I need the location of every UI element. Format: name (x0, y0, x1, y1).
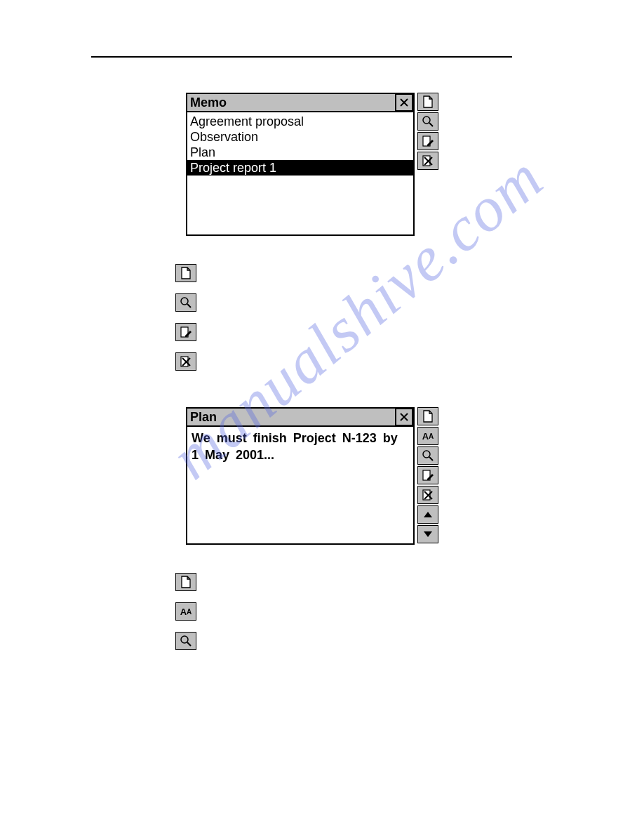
new-icon[interactable] (417, 407, 438, 425)
font-icon[interactable]: AA (417, 427, 438, 445)
memo-title: Memo (187, 95, 395, 110)
font-icon: AA (175, 602, 196, 621)
list-item[interactable]: Plan (187, 145, 413, 160)
svg-line-25 (187, 642, 191, 646)
new-icon (175, 264, 196, 282)
edit-icon (175, 323, 196, 341)
list-item[interactable]: Agreement proposal (187, 114, 413, 129)
svg-marker-23 (424, 531, 432, 537)
icon-legend-1 (175, 264, 553, 372)
list-item[interactable]: Observation (187, 129, 413, 145)
plan-title: Plan (187, 410, 395, 425)
search-icon (175, 293, 196, 312)
plan-titlebar: Plan (187, 409, 413, 427)
close-button[interactable] (395, 408, 413, 426)
memo-window: Memo Agreement proposal Observation Plan… (186, 93, 415, 236)
svg-point-16 (423, 451, 430, 458)
down-arrow-icon[interactable] (417, 525, 438, 543)
icon-legend-2: AA (175, 573, 553, 651)
divider (91, 56, 512, 58)
svg-point-24 (181, 636, 188, 643)
delete-icon[interactable] (417, 152, 438, 170)
svg-line-9 (187, 304, 191, 307)
memo-list[interactable]: Agreement proposal Observation Plan Proj… (187, 112, 413, 234)
list-item[interactable]: Project report 1 (187, 160, 413, 176)
delete-icon (175, 352, 196, 371)
search-icon[interactable] (417, 112, 438, 131)
close-button[interactable] (395, 93, 413, 112)
search-icon[interactable] (417, 446, 438, 465)
new-icon[interactable] (417, 93, 438, 111)
memo-titlebar: Memo (187, 94, 413, 112)
delete-icon[interactable] (417, 486, 438, 504)
plan-window: Plan We must finish Project N-123 by 1 M… (186, 407, 415, 545)
search-icon (175, 632, 196, 650)
svg-marker-22 (424, 512, 432, 517)
memo-panel: Memo Agreement proposal Observation Plan… (186, 93, 553, 236)
up-arrow-icon[interactable] (417, 505, 438, 524)
plan-sidebar: AA (417, 407, 438, 545)
svg-point-8 (181, 298, 188, 305)
svg-line-17 (429, 457, 433, 461)
edit-icon[interactable] (417, 466, 438, 484)
memo-sidebar (417, 93, 438, 236)
svg-line-3 (429, 123, 433, 126)
new-icon (175, 573, 196, 591)
plan-panel: Plan We must finish Project N-123 by 1 M… (186, 407, 553, 545)
plan-text[interactable]: We must finish Project N-123 by 1 May 20… (187, 427, 413, 543)
edit-icon[interactable] (417, 132, 438, 150)
svg-point-2 (423, 117, 430, 124)
